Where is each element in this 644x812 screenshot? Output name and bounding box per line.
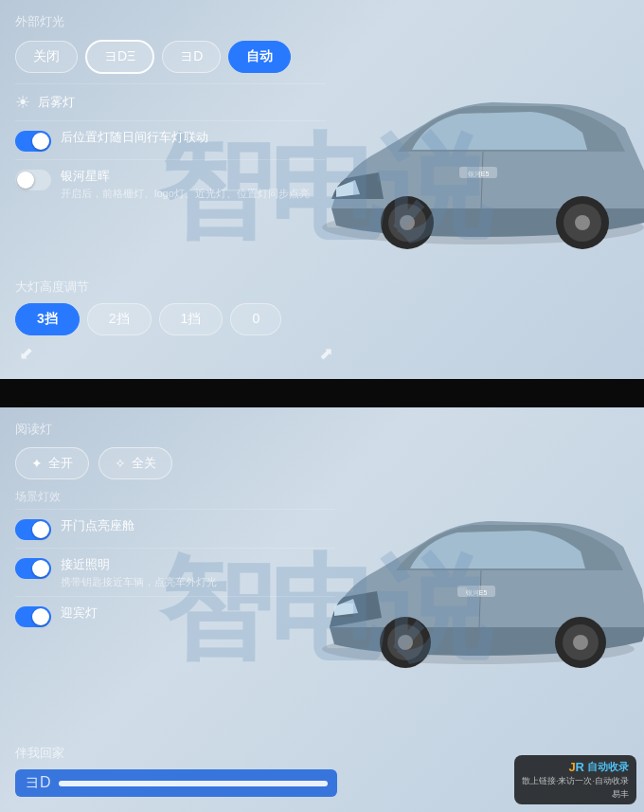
- svg-text:银河E5: 银河E5: [467, 171, 490, 177]
- black-separator: [0, 379, 644, 407]
- btn-low-beam[interactable]: ヨD: [162, 41, 221, 73]
- toggle-main-rear: 后位置灯随日间行车灯联动: [61, 129, 326, 146]
- exterior-light-buttons: 关闭 ヨDΞ ヨD 自动: [15, 40, 326, 74]
- toggle-text-proximity: 接近照明 携带钥匙接近车辆，点亮车外灯光: [61, 556, 335, 588]
- toggle-proximity: 接近照明 携带钥匙接近车辆，点亮车外灯光: [15, 548, 335, 596]
- svg-point-3: [400, 215, 415, 230]
- svg-text:银河E5: 银河E5: [465, 589, 488, 596]
- open-all-icon: ✦: [31, 456, 43, 471]
- companion-label: 伴我回家: [15, 745, 337, 762]
- car-image-top: 银河E5: [303, 38, 644, 303]
- jr-badge-inner: JR 自动收录 散上链接·来访一次·自动收录 易丰: [514, 755, 636, 804]
- svg-point-6: [575, 215, 590, 230]
- close-all-icon: ✧: [115, 456, 126, 471]
- height-section: 大灯高度调节 3挡 2挡 1挡 0 ⬋ ⬈: [15, 279, 337, 364]
- companion-section: 伴我回家 ヨD: [15, 745, 337, 797]
- fog-light-icon: ☀: [15, 92, 30, 113]
- btn-all-open[interactable]: ✦ 全开: [15, 447, 89, 479]
- toggle-text-door: 开门点亮座舱: [61, 517, 335, 534]
- height-btn-group: 3挡 2挡 1挡 0: [15, 303, 337, 335]
- fog-light-label: 后雾灯: [38, 94, 75, 111]
- bottom-panel: 智电说 银河E5 阅读灯 ✦ 全开: [0, 407, 644, 812]
- svg-point-13: [398, 635, 413, 650]
- btn-all-close-label: 全关: [132, 455, 156, 472]
- toggle-welcome: 迎宾灯: [15, 596, 335, 635]
- angle-down-icon: ⬋: [19, 343, 33, 364]
- toggle-door-light: 开门点亮座舱: [15, 509, 335, 548]
- height-btn-3[interactable]: 3挡: [15, 303, 80, 335]
- height-btn-1[interactable]: 1挡: [159, 303, 224, 335]
- companion-icon: ヨD: [25, 773, 51, 793]
- companion-bar: [59, 781, 328, 786]
- btn-position[interactable]: ヨDΞ: [85, 40, 154, 74]
- toggle-text-galaxy: 银河星晖 开启后，前格栅灯、logo灯、近光灯、位置灯同步点亮: [61, 168, 326, 200]
- height-label: 大灯高度调节: [15, 279, 337, 296]
- jr-logo: JR: [568, 760, 584, 774]
- svg-point-16: [573, 635, 588, 650]
- toggle-switch-rear[interactable]: [15, 131, 51, 152]
- fog-light-row: ☀ 后雾灯: [15, 83, 326, 120]
- height-indicator: ⬋ ⬈: [15, 343, 337, 364]
- section-label-exterior: 外部灯光: [15, 13, 326, 30]
- btn-all-close[interactable]: ✧ 全关: [98, 447, 172, 479]
- top-panel: 智电说 银河E: [0, 0, 644, 379]
- companion-input-row[interactable]: ヨD: [15, 769, 337, 797]
- jr-sub-line1: 散上链接·来访一次·自动收录: [522, 775, 629, 787]
- toggle-main-galaxy: 银河星晖: [61, 168, 326, 185]
- car-image-bottom: 银河E5: [303, 464, 644, 711]
- toggle-switch-door[interactable]: [15, 519, 51, 540]
- btn-auto[interactable]: 自动: [228, 41, 291, 73]
- toggle-main-welcome: 迎宾灯: [61, 604, 335, 622]
- jr-brand-text: 自动收录: [587, 760, 629, 774]
- angle-up-icon: ⬈: [319, 343, 333, 364]
- toggle-main-proximity: 接近照明: [61, 556, 335, 573]
- jr-badge: JR 自动收录 散上链接·来访一次·自动收录 易丰: [514, 755, 636, 804]
- toggle-text-welcome: 迎宾灯: [61, 604, 335, 622]
- toggle-rear-position: 后位置灯随日间行车灯联动: [15, 120, 326, 159]
- toggle-text-rear: 后位置灯随日间行车灯联动: [61, 129, 326, 146]
- toggle-sub-galaxy: 开启后，前格栅灯、logo灯、近光灯、位置灯同步点亮: [61, 187, 326, 200]
- read-light-buttons: ✦ 全开 ✧ 全关: [15, 447, 335, 479]
- btn-close[interactable]: 关闭: [15, 41, 78, 73]
- top-ui-overlay: 外部灯光 关闭 ヨDΞ ヨD 自动 ☀ 后雾灯 后位置灯随日间行车灯联动: [0, 0, 341, 221]
- jr-top-row: JR 自动收录: [568, 759, 629, 774]
- toggle-sub-proximity: 携带钥匙接近车辆，点亮车外灯光: [61, 575, 335, 588]
- btn-all-open-label: 全开: [48, 455, 73, 472]
- toggle-main-door: 开门点亮座舱: [61, 517, 335, 534]
- toggle-galaxy: 银河星晖 开启后，前格栅灯、logo灯、近光灯、位置灯同步点亮: [15, 159, 326, 208]
- height-btn-2[interactable]: 2挡: [87, 303, 152, 335]
- toggle-switch-galaxy[interactable]: [15, 170, 51, 190]
- height-btn-0[interactable]: 0: [230, 303, 281, 335]
- scene-label: 场景灯效: [15, 489, 335, 505]
- toggle-switch-proximity[interactable]: [15, 558, 51, 579]
- toggle-switch-welcome[interactable]: [15, 606, 51, 627]
- section-label-reading: 阅读灯: [15, 421, 335, 438]
- bottom-ui-overlay: 阅读灯 ✦ 全开 ✧ 全关 场景灯效 开门点亮座舱: [0, 407, 350, 648]
- jr-sub-line2: 易丰: [612, 788, 629, 801]
